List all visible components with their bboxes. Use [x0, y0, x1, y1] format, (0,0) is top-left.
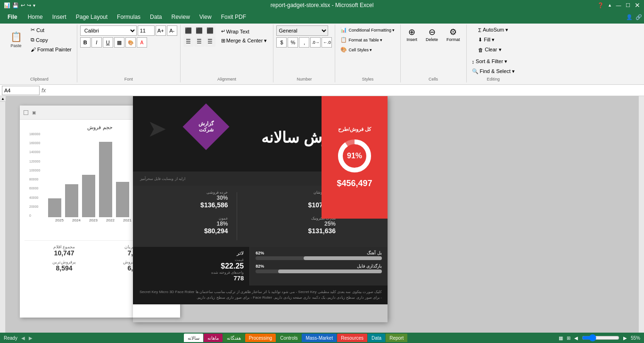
increase-font-button[interactable]: A+	[156, 25, 166, 36]
decrease-font-button[interactable]: A-	[167, 25, 177, 36]
menu-data[interactable]: Data	[145, 12, 166, 22]
share-icon[interactable]: 🔗	[636, 14, 642, 20]
metrics-divider	[237, 192, 237, 240]
total-amount: $456,497	[337, 179, 372, 188]
cut-button[interactable]: ✂ Cut	[28, 25, 74, 34]
menu-formulas[interactable]: Formulas	[112, 12, 145, 22]
spreadsheet-content: ▣ حجم فروش 18000016000014000012000010000…	[6, 96, 638, 343]
view-icon[interactable]: ⊞	[567, 335, 570, 341]
italic-button[interactable]: I	[91, 37, 102, 48]
scroll-up-button[interactable]: ▲	[0, 96, 6, 102]
delete-icon: ⊖	[429, 27, 436, 37]
copy-icon: ⧉	[31, 37, 34, 43]
metric-retail: خرده فروشی 30% $136,586	[138, 190, 228, 209]
tab-mahaneh[interactable]: ماهانه	[204, 334, 223, 342]
decrease-decimal-button[interactable]: ←.0	[322, 37, 332, 48]
page-layout-icon[interactable]: ▦	[559, 335, 563, 341]
zoom-next-icon[interactable]: ▶	[623, 335, 627, 341]
sheet-area: ▲ ▣ حجم فروش 180000160000140000120000100…	[0, 96, 644, 343]
ribbon-toggle-icon[interactable]: ▲	[608, 3, 612, 8]
menu-foxit[interactable]: Foxit PDF	[216, 12, 251, 22]
insert-button[interactable]: ⊕ Insert	[404, 25, 421, 43]
format-as-table-button[interactable]: 📋 Format as Table ▾	[338, 35, 397, 44]
menu-review[interactable]: Review	[166, 12, 194, 22]
underline-button[interactable]: U	[103, 37, 113, 48]
cut-icon: ✂	[31, 27, 35, 33]
bar-fill	[65, 184, 78, 217]
font-name-dropdown[interactable]: Calibri	[80, 25, 137, 36]
sort-filter-button[interactable]: ↕ Sort & Filter ▾	[470, 57, 517, 66]
insert-icon: ⊕	[408, 27, 415, 37]
close-button[interactable]: ✕	[635, 2, 640, 8]
wrap-text-button[interactable]: ↵ Wrap Text	[218, 27, 271, 36]
slide-checkbox[interactable]	[24, 110, 28, 115]
find-icon: 🔍	[472, 68, 479, 74]
right-scrollbar[interactable]	[638, 96, 644, 343]
border-button[interactable]: ▦	[114, 37, 124, 48]
cond-format-icon: 📊	[340, 27, 347, 33]
tab-resources[interactable]: Resources	[337, 334, 367, 342]
autosum-button[interactable]: Σ AutoSum ▾	[476, 25, 511, 34]
help-icon[interactable]: ❓	[597, 2, 604, 8]
bold-button[interactable]: B	[80, 37, 91, 48]
delete-button[interactable]: ⊖ Delete	[422, 25, 441, 43]
number-format-dropdown[interactable]: General	[276, 25, 328, 36]
left-scrollbar[interactable]: ▲	[0, 96, 6, 343]
conditional-formatting-button[interactable]: 📊 Conditional Formatting ▾	[338, 25, 397, 34]
tab-mass-market[interactable]: Mass-Market	[302, 334, 337, 342]
currency-button[interactable]: $	[276, 37, 287, 48]
find-select-button[interactable]: 🔍 Find & Select ▾	[470, 67, 517, 76]
font-color-button[interactable]: A	[137, 37, 147, 48]
progress-item-2: بارگذاری فایل 82%	[256, 264, 382, 273]
align-top-right-button[interactable]: ⬛	[205, 25, 215, 36]
menu-home[interactable]: Home	[23, 12, 48, 22]
file-menu[interactable]: File	[2, 12, 23, 22]
menu-page-layout[interactable]: Page Layout	[71, 12, 112, 22]
eraser-icon: 🗑	[478, 47, 483, 53]
undo-icon[interactable]: ↩	[21, 2, 25, 8]
redo-icon[interactable]: ↪	[27, 2, 31, 8]
menu-view[interactable]: View	[195, 12, 216, 22]
tab-processing[interactable]: Processing	[245, 334, 276, 342]
align-left-button[interactable]: ☰	[183, 36, 194, 47]
save-icon[interactable]: 💾	[12, 2, 19, 8]
comma-button[interactable]: ,	[299, 37, 309, 48]
paste-button[interactable]: 📋 Paste	[5, 25, 27, 54]
tab-haftganeh[interactable]: هفتگانه	[223, 334, 245, 342]
clear-button[interactable]: 🗑 Clear ▾	[476, 45, 511, 54]
font-size-input[interactable]	[138, 25, 155, 36]
menu-insert[interactable]: Insert	[48, 12, 71, 22]
fx-label: fx	[41, 87, 46, 94]
scroll-left-button[interactable]: ◀	[21, 335, 25, 341]
cell-styles-button[interactable]: 🎨 Cell Styles ▾	[338, 45, 397, 54]
sheet-tabs: سالانه ماهانه هفتگانه Processing Control…	[184, 333, 407, 343]
merge-center-button[interactable]: ⊞ Merge & Center ▾	[218, 36, 271, 45]
zoom-slider[interactable]	[582, 334, 619, 342]
minimize-button[interactable]: —	[616, 2, 621, 8]
scroll-right-button[interactable]: ▶	[29, 335, 33, 341]
format-painter-button[interactable]: 🖌 Format Painter	[28, 45, 74, 54]
copy-button[interactable]: ⧉ Copy	[28, 35, 74, 44]
window-controls[interactable]: ❓ ▲ — ☐ ✕	[597, 2, 640, 8]
tab-data[interactable]: Data	[368, 334, 385, 342]
formula-input[interactable]	[48, 86, 642, 95]
percent-button[interactable]: %	[288, 37, 298, 48]
zoom-level: 55%	[631, 335, 640, 341]
tab-controls[interactable]: Controls	[276, 334, 301, 342]
align-center-button[interactable]: ☰	[194, 36, 205, 47]
format-button[interactable]: ⚙ Format	[443, 25, 463, 43]
fill-color-button[interactable]: 🎨	[125, 37, 136, 48]
align-top-center-button[interactable]: ⬛	[194, 25, 205, 36]
zoom-prev-icon[interactable]: ◀	[574, 335, 578, 341]
cell-reference-box[interactable]: A4	[2, 86, 40, 95]
align-right-button[interactable]: ☰	[205, 36, 215, 47]
fill-button[interactable]: ⬇ Fill ▾	[476, 35, 511, 44]
maximize-button[interactable]: ☐	[625, 2, 631, 8]
tab-report[interactable]: Report	[386, 334, 407, 342]
quick-access-toolbar[interactable]: 📊 💾 ↩ ↪ ▾	[4, 2, 35, 8]
align-top-left-button[interactable]: ⬛	[183, 25, 194, 36]
styles-label: Styles	[335, 77, 400, 82]
customize-icon[interactable]: ▾	[33, 3, 35, 8]
increase-decimal-button[interactable]: .0→	[310, 37, 321, 48]
tab-salneh[interactable]: سالانه	[184, 334, 203, 342]
